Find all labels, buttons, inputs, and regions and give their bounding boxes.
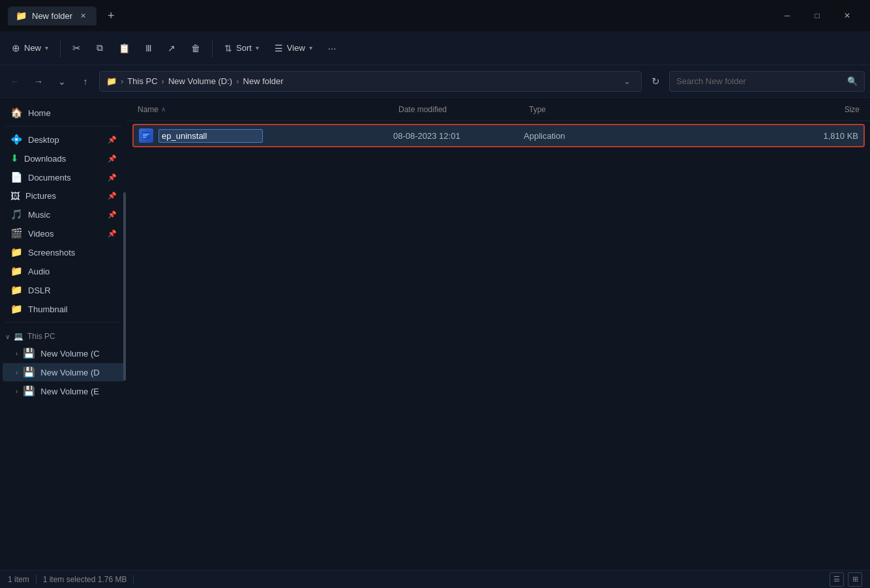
file-list: 08-08-2023 12:01 Application 1,810 KB [127, 121, 870, 570]
this-pc-label: This PC [27, 332, 55, 341]
window-controls: ─ □ ✕ [772, 5, 862, 26]
up-button[interactable]: ↑ [76, 72, 95, 91]
address-sep-2: › [162, 76, 164, 86]
column-type[interactable]: Type [529, 105, 633, 114]
more-icon: ··· [328, 42, 337, 53]
music-label: Music [28, 210, 50, 220]
audio-label: Audio [28, 267, 50, 276]
tab-folder-icon: 📁 [16, 10, 27, 21]
column-name[interactable]: Name ∧ [138, 105, 398, 114]
address-sep-3: › [236, 76, 239, 86]
dropdown-history-button[interactable]: ⌄ [52, 72, 72, 91]
music-pin: 📌 [108, 211, 117, 219]
maximize-button[interactable]: □ [802, 5, 832, 26]
sort-button[interactable]: ⇅ Sort ▾ [218, 39, 265, 57]
drive-c-label: New Volume (C [40, 349, 99, 359]
more-button[interactable]: ··· [322, 38, 343, 57]
home-icon: 🏠 [10, 107, 23, 119]
new-tab-button[interactable]: + [102, 7, 120, 25]
forward-button[interactable]: → [29, 72, 48, 91]
folder-tab[interactable]: 📁 New folder ✕ [8, 7, 97, 25]
sidebar-item-music[interactable]: 🎵 Music 📌 [3, 205, 125, 224]
address-sep-1: › [121, 76, 123, 86]
this-pc-section[interactable]: ∨ 💻 This PC [0, 327, 127, 344]
view-label: View [287, 43, 305, 53]
sidebar-item-thumbnail[interactable]: 📁 Thumbnail [3, 300, 125, 318]
view-dropdown-icon: ▾ [309, 44, 312, 51]
rename-icon: Ⅲ [145, 43, 152, 53]
sidebar-item-videos[interactable]: 🎬 Videos 📌 [3, 224, 125, 243]
cut-button[interactable]: ✂ [66, 38, 87, 58]
sidebar-divider-2 [5, 322, 122, 323]
sidebar-item-audio[interactable]: 📁 Audio [3, 262, 125, 280]
downloads-label: Downloads [24, 154, 66, 164]
address-path[interactable]: 📁 › This PC › New Volume (D:) › New fold… [99, 71, 642, 92]
desktop-pin: 📌 [108, 136, 117, 144]
rename-button[interactable]: Ⅲ [139, 39, 158, 57]
list-view-button[interactable]: ☰ [830, 572, 844, 587]
new-dropdown-icon: ▾ [45, 44, 48, 51]
sidebar-item-downloads[interactable]: ⬇ Downloads 📌 [3, 149, 125, 168]
delete-button[interactable]: 🗑 [185, 39, 207, 57]
sidebar-item-desktop[interactable]: 💠 Desktop 📌 [3, 130, 125, 149]
sidebar-scrollbar[interactable] [123, 192, 126, 381]
dslr-label: DSLR [28, 286, 51, 295]
grid-view-button[interactable]: ⊞ [848, 572, 862, 587]
desktop-icon: 💠 [10, 134, 23, 145]
this-pc-icon: 💻 [14, 332, 23, 341]
view-button[interactable]: ☰ View ▾ [268, 39, 319, 57]
share-button[interactable]: ↗ [161, 39, 182, 57]
screenshots-label: Screenshots [28, 248, 75, 257]
videos-pin: 📌 [108, 229, 117, 238]
file-list-header: Name ∧ Date modified Type Size [127, 98, 870, 121]
drive-d-icon: 💾 [23, 366, 35, 378]
column-date[interactable]: Date modified [398, 105, 529, 114]
sidebar-item-drive-c[interactable]: › 💾 New Volume (C [3, 344, 125, 362]
close-button[interactable]: ✕ [832, 5, 862, 26]
sidebar-item-screenshots[interactable]: 📁 Screenshots [3, 243, 125, 261]
new-icon: ⊕ [12, 42, 20, 54]
back-button[interactable]: ← [5, 72, 25, 91]
sidebar-item-dslr[interactable]: 📁 DSLR [3, 281, 125, 299]
drive-e-expand: › [16, 388, 18, 395]
sidebar-item-drive-e[interactable]: › 💾 New Volume (E [3, 382, 125, 400]
file-type: Application [524, 131, 628, 141]
share-icon: ↗ [168, 43, 175, 53]
toolbar-separator-2 [212, 39, 213, 57]
drive-e-icon: 💾 [23, 385, 35, 397]
sidebar-item-documents[interactable]: 📄 Documents 📌 [3, 168, 125, 186]
tab-close-button[interactable]: ✕ [78, 10, 89, 22]
minimize-button[interactable]: ─ [772, 5, 802, 26]
search-box[interactable]: 🔍 [669, 71, 865, 92]
file-name-cell [139, 128, 393, 143]
home-label: Home [28, 108, 51, 118]
selected-info: 1 item selected 1.76 MB [43, 575, 127, 584]
title-bar: 📁 New folder ✕ + ─ □ ✕ [0, 0, 870, 31]
downloads-icon: ⬇ [10, 153, 19, 164]
drive-d-expand: › [16, 369, 18, 376]
address-part-folder: New folder [243, 76, 284, 86]
address-dropdown-button[interactable]: ⌄ [619, 71, 635, 92]
refresh-button[interactable]: ↻ [646, 72, 665, 91]
file-name-input[interactable] [158, 129, 263, 143]
toolbar: ⊕ New ▾ ✂ ⧉ 📋 Ⅲ ↗ 🗑 ⇅ Sort ▾ ☰ View ▾ ··… [0, 31, 870, 65]
paste-button[interactable]: 📋 [112, 39, 136, 57]
sidebar-item-pictures[interactable]: 🖼 Pictures 📌 [3, 187, 125, 205]
search-input[interactable] [676, 76, 843, 86]
delete-icon: 🗑 [191, 43, 200, 53]
column-size[interactable]: Size [633, 105, 860, 114]
file-area: Name ∧ Date modified Type Size [127, 98, 870, 570]
sidebar-item-home[interactable]: 🏠 Home [3, 104, 125, 122]
dslr-icon: 📁 [10, 284, 23, 296]
desktop-label: Desktop [28, 135, 59, 145]
new-button[interactable]: ⊕ New ▾ [5, 38, 55, 58]
toolbar-separator-1 [60, 39, 61, 57]
title-bar-left: 📁 New folder ✕ + [8, 7, 120, 25]
this-pc-expand-icon: ∨ [5, 333, 10, 340]
sort-dropdown-icon: ▾ [256, 44, 259, 51]
sort-icon: ⇅ [224, 43, 232, 53]
table-row[interactable]: 08-08-2023 12:01 Application 1,810 KB [132, 124, 865, 147]
sidebar-item-drive-d[interactable]: › 💾 New Volume (D [3, 363, 125, 381]
copy-button[interactable]: ⧉ [90, 38, 110, 57]
thumbnail-label: Thumbnail [28, 304, 68, 314]
